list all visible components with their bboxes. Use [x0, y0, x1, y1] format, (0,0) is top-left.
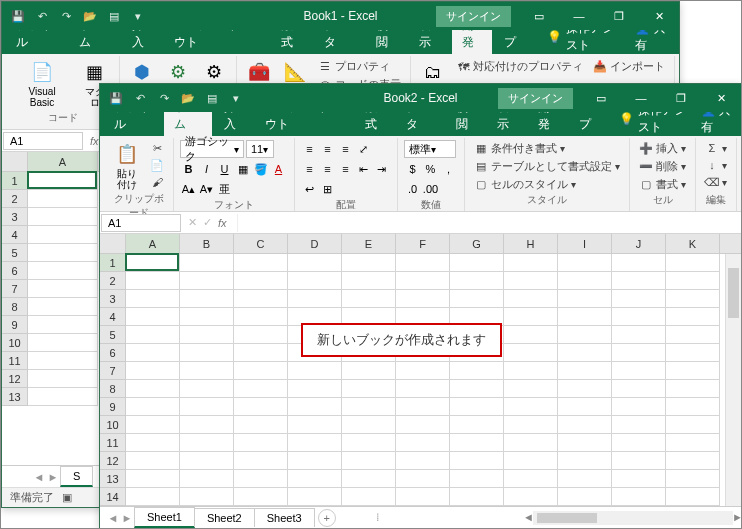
row-header[interactable]: 11: [2, 352, 27, 370]
cell[interactable]: [126, 254, 180, 272]
percent-button[interactable]: %: [422, 160, 440, 178]
cell[interactable]: [558, 362, 612, 380]
cell[interactable]: [342, 272, 396, 290]
grow-font-button[interactable]: A▴: [180, 180, 198, 198]
cell[interactable]: [28, 352, 98, 370]
cell[interactable]: [126, 308, 180, 326]
cell[interactable]: [234, 362, 288, 380]
cell[interactable]: [234, 344, 288, 362]
cell[interactable]: [612, 308, 666, 326]
cut-button[interactable]: ✂: [147, 140, 167, 156]
row-header[interactable]: 1: [100, 254, 125, 272]
delete-cells-button[interactable]: ➖削除 ▾: [636, 158, 689, 175]
sheet-tab[interactable]: Sheet1: [134, 507, 195, 528]
cell[interactable]: [28, 208, 98, 226]
row-header[interactable]: 2: [100, 272, 125, 290]
cell[interactable]: [450, 452, 504, 470]
excel-addins-button[interactable]: ⚙: [162, 58, 194, 86]
cell[interactable]: [666, 326, 720, 344]
cell[interactable]: [666, 380, 720, 398]
cell[interactable]: [342, 398, 396, 416]
cell[interactable]: [450, 380, 504, 398]
cell[interactable]: [504, 326, 558, 344]
cell[interactable]: [612, 416, 666, 434]
number-format-select[interactable]: 標準 ▾: [404, 140, 456, 158]
cell[interactable]: [558, 326, 612, 344]
cell[interactable]: [504, 488, 558, 506]
cell[interactable]: [396, 488, 450, 506]
cell[interactable]: [558, 254, 612, 272]
cell[interactable]: [28, 190, 98, 208]
row-header[interactable]: 12: [100, 452, 125, 470]
cell[interactable]: [450, 488, 504, 506]
cell[interactable]: [288, 452, 342, 470]
wrap-text-button[interactable]: ↩: [301, 180, 319, 198]
cell[interactable]: [558, 272, 612, 290]
cell[interactable]: [28, 280, 98, 298]
row-header[interactable]: 11: [100, 434, 125, 452]
col-header[interactable]: E: [342, 234, 396, 253]
cell[interactable]: [558, 416, 612, 434]
row-header[interactable]: 10: [2, 334, 27, 352]
cell[interactable]: [234, 452, 288, 470]
cell[interactable]: [612, 272, 666, 290]
row-header[interactable]: 12: [2, 370, 27, 388]
undo-icon[interactable]: ↶: [130, 88, 150, 108]
signin-button[interactable]: サインイン: [498, 88, 573, 109]
cancel-icon[interactable]: ✕: [188, 216, 197, 229]
row-header[interactable]: 9: [100, 398, 125, 416]
format-as-table-button[interactable]: ▤テーブルとして書式設定 ▾: [471, 158, 623, 175]
cell[interactable]: [342, 416, 396, 434]
comma-button[interactable]: ,: [440, 160, 458, 178]
source-button[interactable]: 🗂: [417, 58, 449, 86]
align-middle-button[interactable]: ≡: [319, 140, 337, 158]
select-all-corner[interactable]: [2, 152, 28, 171]
row-header[interactable]: 1: [2, 172, 27, 190]
cell[interactable]: [504, 416, 558, 434]
row-header[interactable]: 4: [100, 308, 125, 326]
cell[interactable]: [288, 416, 342, 434]
cell[interactable]: [504, 470, 558, 488]
save-icon[interactable]: 💾: [106, 88, 126, 108]
cell[interactable]: [504, 254, 558, 272]
cell[interactable]: [288, 272, 342, 290]
cell[interactable]: [612, 380, 666, 398]
cell[interactable]: [126, 290, 180, 308]
cell[interactable]: [396, 380, 450, 398]
cell[interactable]: [180, 434, 234, 452]
cell[interactable]: [234, 290, 288, 308]
bold-button[interactable]: B: [180, 160, 198, 178]
cell[interactable]: [28, 370, 98, 388]
cell[interactable]: [612, 488, 666, 506]
cell[interactable]: [288, 470, 342, 488]
cell[interactable]: [450, 434, 504, 452]
qat-dropdown-icon[interactable]: ▾: [128, 6, 148, 26]
cell[interactable]: [666, 362, 720, 380]
cell[interactable]: [612, 254, 666, 272]
open-icon[interactable]: 📂: [80, 6, 100, 26]
cell[interactable]: [396, 470, 450, 488]
italic-button[interactable]: I: [198, 160, 216, 178]
redo-icon[interactable]: ↷: [154, 88, 174, 108]
name-box[interactable]: A1: [101, 214, 181, 232]
open-icon[interactable]: 📂: [178, 88, 198, 108]
cell[interactable]: [234, 254, 288, 272]
cell[interactable]: [126, 326, 180, 344]
cell[interactable]: [28, 298, 98, 316]
design-mode-button[interactable]: 📐: [279, 58, 311, 86]
cell[interactable]: [28, 388, 98, 406]
name-box[interactable]: A1: [3, 132, 83, 150]
cell[interactable]: [180, 308, 234, 326]
font-color-button[interactable]: A: [270, 160, 288, 178]
cell[interactable]: [666, 272, 720, 290]
cell[interactable]: [288, 398, 342, 416]
cell[interactable]: [558, 434, 612, 452]
col-header[interactable]: D: [288, 234, 342, 253]
cell[interactable]: [288, 488, 342, 506]
row-header[interactable]: 14: [100, 488, 125, 506]
col-header[interactable]: I: [558, 234, 612, 253]
cell[interactable]: [450, 290, 504, 308]
row-header[interactable]: 10: [100, 416, 125, 434]
cell[interactable]: [180, 326, 234, 344]
cell[interactable]: [234, 434, 288, 452]
